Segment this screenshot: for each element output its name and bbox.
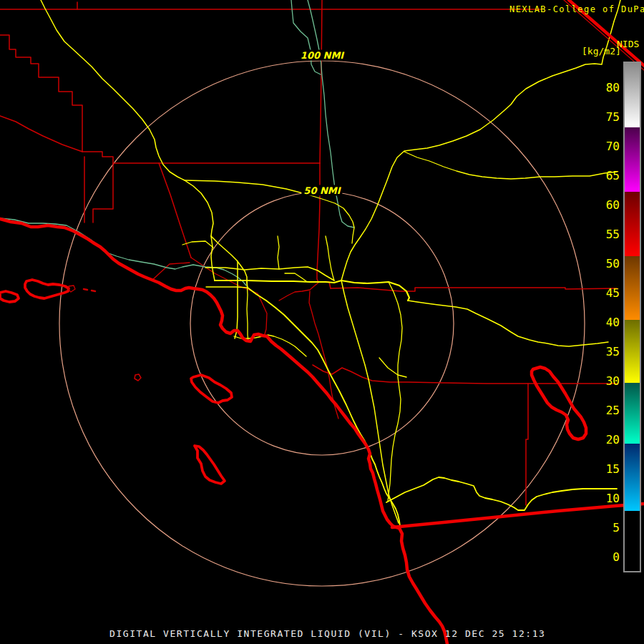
- county-orange-north: [191, 258, 267, 336]
- colorbar-tick-30: 30: [590, 375, 620, 388]
- range-ring-100-nmi: [59, 61, 585, 586]
- colorbar-tick-65: 65: [590, 170, 620, 182]
- county-riverside-sd-line-y402: [331, 288, 617, 291]
- island-santa-cruz: [25, 280, 69, 298]
- county-la-sb-vertical: [320, 0, 322, 163]
- radar-map: [0, 0, 644, 644]
- road-sd-east: [379, 358, 406, 377]
- ring-label-100-nmi: 100 NMI: [298, 50, 346, 61]
- product-caption: DIGITAL VERTICALLY INTEGRATED LIQUID (VI…: [109, 628, 545, 639]
- county-sb-orange-vertical: [317, 163, 331, 288]
- road-i8: [386, 477, 617, 510]
- county-orange-riverside: [309, 291, 338, 419]
- colorbar: [623, 62, 641, 572]
- road-ns-710: [235, 261, 238, 338]
- island-santa-barbara: [135, 374, 141, 381]
- island-catalina: [191, 375, 232, 403]
- units-label: [kg/m2]: [582, 46, 621, 57]
- colorbar-tick-35: 35: [590, 346, 620, 358]
- county-orange-ne-diagonal: [279, 283, 318, 301]
- county-kern-stairs: [0, 35, 113, 223]
- islet-dash-2: [92, 291, 95, 291]
- colorbar-tick-80: 80: [590, 82, 620, 94]
- road-inland-215: [388, 282, 402, 501]
- island-west-edge: [0, 291, 19, 302]
- site-title: NEXLAB-College of DuPage: [509, 4, 644, 14]
- colorbar-tick-60: 60: [590, 199, 620, 212]
- radar-display: 80757065605550454035302520151050 100 NMI…: [0, 0, 644, 644]
- road-ns-389: [278, 236, 279, 269]
- colorbar-tick-25: 25: [590, 404, 620, 417]
- colorbar-tick-75: 75: [590, 111, 620, 124]
- road-hwy18-east: [404, 152, 617, 179]
- colorbar-tick-70: 70: [590, 140, 620, 153]
- coastline-main: [0, 219, 399, 528]
- colorbar-tick-55: 55: [590, 228, 620, 241]
- road-i15-north: [341, 0, 620, 280]
- islet-dash-1: [84, 289, 87, 290]
- road-sr91-east-west: [215, 280, 409, 301]
- colorbar-tick-20: 20: [590, 434, 620, 447]
- range-ring-50-nmi: [190, 192, 454, 455]
- salton-sea-shore: [532, 367, 586, 439]
- county-ventura-diagonal: [0, 116, 82, 152]
- colorbar-tick-10: 10: [590, 492, 620, 505]
- coastline-baja: [399, 528, 447, 644]
- colorbar-tick-5: 5: [590, 522, 620, 535]
- site-title-text: NEXLAB-College of DuPage: [509, 4, 644, 14]
- colorbar-tick-50: 50: [590, 258, 620, 270]
- colorbar-tick-15: 15: [590, 463, 620, 476]
- ring-label-50-nmi: 50 NMI: [301, 185, 342, 196]
- colorbar-tick-45: 45: [590, 287, 620, 300]
- county-riverside-sd-line-y536: [313, 365, 617, 384]
- road-i5-north: [41, 0, 215, 280]
- road-i10-east: [408, 301, 608, 346]
- road-connector: [285, 273, 306, 281]
- colorbar-tick-40: 40: [590, 316, 620, 329]
- colorbar-tick-0: 0: [590, 551, 620, 564]
- island-san-clemente: [195, 446, 225, 484]
- road-ew-401: [206, 287, 248, 288]
- road-sr57: [326, 236, 334, 280]
